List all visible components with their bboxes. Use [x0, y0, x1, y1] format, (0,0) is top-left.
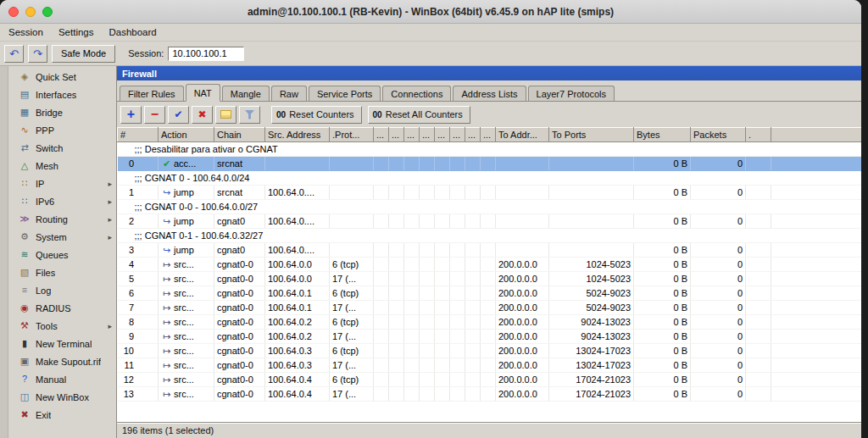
sidebar-item-files[interactable]: ▧Files [8, 263, 116, 281]
cell-extra [420, 344, 435, 358]
column-header-prot[interactable]: .Prot... [330, 128, 374, 142]
column-header-packets[interactable]: Packets [691, 128, 746, 142]
filter-button[interactable] [239, 106, 260, 124]
comment-button[interactable] [215, 106, 236, 124]
cell-bytes: 0 B [634, 373, 691, 387]
table-row[interactable]: 8↦src...cgnat0-0100.64.0.26 (tcp)200.0.0… [118, 315, 862, 330]
comment-row[interactable]: ;;; Desabilitar para ativar o CGNAT [118, 142, 862, 157]
sidebar-item-interfaces[interactable]: ▤Interfaces [8, 86, 116, 103]
table-row[interactable]: 7↦src...cgnat0-0100.64.0.117 (...200.0.0… [118, 301, 862, 315]
sidebar-item-manual[interactable]: ?Manual [8, 370, 116, 388]
add-rule-button[interactable]: + [120, 106, 142, 124]
cell-extra [481, 344, 496, 358]
table-row[interactable]: 1↪jumpsrcnat100.64.0....0 B0 [118, 186, 862, 200]
minimize-window-button[interactable] [25, 7, 36, 17]
table-row[interactable]: 13↦src...cgnat0-0100.64.0.417 (...200.0.… [118, 387, 862, 402]
column-header-more-11[interactable]: ... [465, 128, 481, 142]
menu-item-settings[interactable]: Settings [58, 27, 94, 37]
sidebar-item-bridge[interactable]: ▦Bridge [8, 103, 116, 121]
column-header-more-12[interactable]: ... [481, 128, 496, 142]
tab-raw[interactable]: Raw [271, 86, 307, 101]
table-row[interactable]: 0✔acc...srcnat0 B0 [118, 157, 862, 171]
table-row[interactable]: 12↦src...cgnat0-0100.64.0.46 (tcp)200.0.… [118, 373, 862, 387]
column-header-more-10[interactable]: ... [450, 128, 465, 142]
column-header-dot[interactable]: . [746, 128, 771, 142]
column-header-to-ports[interactable]: To Ports [549, 128, 634, 142]
menu-item-session[interactable]: Session [8, 27, 43, 37]
disable-rule-button[interactable]: ✖ [192, 106, 213, 124]
make-supout-icon: ▣ [19, 357, 31, 366]
cell-extra [420, 243, 435, 258]
sidebar-item-tools[interactable]: ⚒Tools▸ [8, 317, 116, 335]
sidebar-item-make-supout-rif[interactable]: ▣Make Supout.rif [8, 352, 116, 370]
sidebar-item-quick-set[interactable]: ◈Quick Set [8, 68, 116, 86]
sidebar-item-exit[interactable]: ✖Exit [8, 406, 116, 424]
sidebar-item-mesh[interactable]: △Mesh [8, 157, 116, 175]
cell-protocol: 6 (tcp) [330, 344, 374, 358]
table-row[interactable]: 4↦src...cgnat0-0100.64.0.06 (tcp)200.0.0… [118, 258, 862, 272]
table-row[interactable]: 9↦src...cgnat0-0100.64.0.217 (...200.0.0… [118, 330, 862, 344]
column-header-action[interactable]: Action [159, 128, 214, 142]
sidebar-item-system[interactable]: ⚙System▸ [8, 228, 116, 246]
close-window-button[interactable] [8, 7, 19, 17]
sidebar-item-radius[interactable]: ◉RADIUS [8, 299, 116, 317]
column-header-more-5[interactable]: ... [374, 128, 389, 142]
column-header-chain[interactable]: Chain [214, 128, 265, 142]
column-header-to-addr[interactable]: To Addr... [496, 128, 549, 142]
comment-row[interactable]: ;;; CGNAT 0 - 100.64.0.0/24 [118, 171, 862, 186]
sidebar-item-ip[interactable]: ∷IP▸ [8, 175, 116, 192]
table-row[interactable]: 2↪jumpcgnat0100.64.0....0 B0 [118, 214, 862, 229]
sidebar-item-routing[interactable]: ≫Routing▸ [8, 210, 116, 228]
redo-button[interactable]: ↷ [28, 45, 47, 63]
sidebar-item-new-terminal[interactable]: ▮New Terminal [8, 335, 116, 352]
table-row[interactable]: 11↦src...cgnat0-0100.64.0.317 (...200.0.… [118, 358, 862, 373]
fullscreen-window-button[interactable] [42, 7, 53, 17]
comment-row[interactable]: ;;; CGNAT 0-0 - 100.64.0.0/27 [118, 200, 862, 214]
cell-packets: 0 [691, 358, 746, 373]
cell-to-ports [549, 214, 634, 229]
menu-item-dashboard[interactable]: Dashboard [108, 27, 156, 37]
sidebar-item-log[interactable]: ≡Log [8, 281, 116, 299]
cell-extra [481, 186, 496, 200]
tab-nat[interactable]: NAT [186, 84, 220, 102]
sidebar-item-ppp[interactable]: ∿PPP [8, 121, 116, 139]
tab-mangle[interactable]: Mangle [222, 86, 270, 101]
session-field[interactable]: 10.100.100.1 [168, 47, 244, 61]
sidebar-item-ipv6[interactable]: ∷IPv6▸ [8, 192, 116, 210]
safe-mode-button[interactable]: Safe Mode [52, 45, 115, 63]
cell-number: 10 [118, 344, 159, 358]
sidebar-item-switch[interactable]: ⇄Switch [8, 139, 116, 157]
column-header-src-address[interactable]: Src. Address [265, 128, 330, 142]
enable-rule-button[interactable]: ✔ [168, 106, 189, 124]
table-row[interactable]: 5↦src...cgnat0-0100.64.0.017 (...200.0.0… [118, 272, 862, 286]
column-header-number[interactable]: # [118, 128, 159, 142]
sidebar-item-new-winbox[interactable]: ◫New WinBox [8, 388, 116, 406]
tab-layer7-protocols[interactable]: Layer7 Protocols [528, 86, 615, 101]
cell-bytes: 0 B [634, 358, 691, 373]
column-header-more-7[interactable]: ... [404, 128, 420, 142]
column-header-more-6[interactable]: ... [389, 128, 404, 142]
cell-extra [374, 186, 389, 200]
undo-button[interactable]: ↶ [4, 45, 24, 63]
tab-address-lists[interactable]: Address Lists [453, 86, 526, 101]
table-row[interactable]: 3↪jumpcgnat0100.64.0....0 B0 [118, 243, 862, 258]
minus-icon: − [151, 108, 159, 121]
column-header-more-8[interactable]: ... [420, 128, 435, 142]
tab-filter-rules[interactable]: Filter Rules [120, 86, 184, 101]
cell-extra [404, 214, 420, 229]
column-header-bytes[interactable]: Bytes [634, 128, 691, 142]
comment-row[interactable]: ;;; CGNAT 0-1 - 100.64.0.32/27 [118, 229, 862, 243]
table-row[interactable]: 10↦src...cgnat0-0100.64.0.36 (tcp)200.0.… [118, 344, 862, 358]
sidebar-item-queues[interactable]: ≋Queues [8, 246, 116, 263]
cell-filler [771, 344, 862, 358]
reset-counters-button[interactable]: 00 Reset Counters [271, 106, 362, 124]
cell-number: 12 [118, 373, 159, 387]
tab-service-ports[interactable]: Service Ports [309, 86, 381, 101]
cell-extra [465, 358, 481, 373]
table-row[interactable]: 6↦src...cgnat0-0100.64.0.16 (tcp)200.0.0… [118, 286, 862, 301]
tab-connections[interactable]: Connections [382, 86, 451, 101]
reset-all-counters-button[interactable]: 00 Reset All Counters [368, 106, 470, 124]
cell-src-address: 100.64.0.... [265, 214, 330, 229]
column-header-more-9[interactable]: ... [435, 128, 450, 142]
remove-rule-button[interactable]: − [144, 106, 165, 124]
